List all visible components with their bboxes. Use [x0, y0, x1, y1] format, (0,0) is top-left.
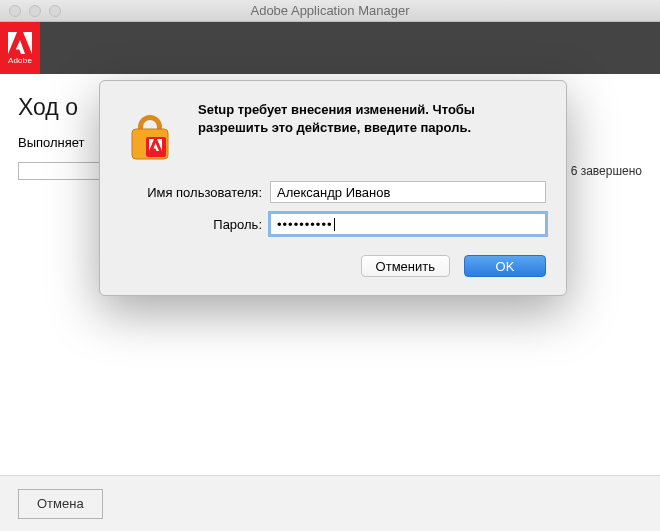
dialog-ok-button[interactable]: OK	[464, 255, 546, 277]
minimize-window-icon[interactable]	[29, 5, 41, 17]
dialog-cancel-button[interactable]: Отменить	[361, 255, 450, 277]
cancel-button[interactable]: Отмена	[18, 489, 103, 519]
window-title: Adobe Application Manager	[250, 3, 409, 18]
traffic-lights	[9, 5, 61, 17]
text-caret	[334, 218, 335, 231]
adobe-logo: Adobe	[0, 22, 40, 74]
password-value: ••••••••••	[277, 217, 333, 232]
username-label: Имя пользователя:	[120, 185, 270, 200]
header-band: Adobe	[0, 22, 660, 74]
bottom-bar: Отмена	[0, 475, 660, 531]
username-field[interactable]	[270, 181, 546, 203]
adobe-logo-text: Adobe	[8, 56, 32, 65]
password-label: Пароль:	[120, 217, 270, 232]
adobe-a-icon	[8, 32, 32, 54]
window-titlebar: Adobe Application Manager	[0, 0, 660, 22]
auth-message: Setup требует внесения изменений. Чтобы …	[198, 101, 546, 161]
close-window-icon[interactable]	[9, 5, 21, 17]
zoom-window-icon[interactable]	[49, 5, 61, 17]
lock-icon	[120, 101, 180, 161]
password-field[interactable]: ••••••••••	[270, 213, 546, 235]
auth-dialog: Setup требует внесения изменений. Чтобы …	[99, 80, 567, 296]
auth-form: Имя пользователя: Пароль: ••••••••••	[120, 181, 546, 235]
progress-status: 6 завершено	[571, 164, 642, 178]
